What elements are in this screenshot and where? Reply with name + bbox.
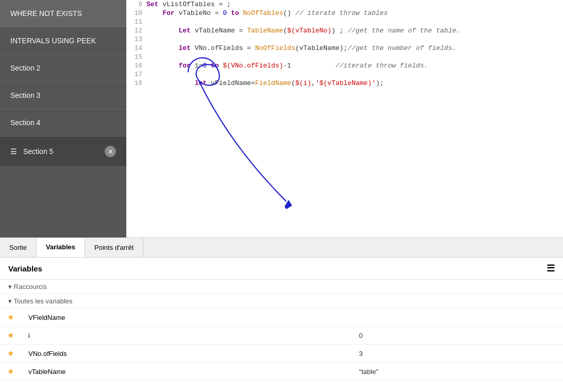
code-line: let vFieldName=FieldName($(i),'$(vTableN… [144, 79, 563, 88]
table-row: 9 Set vListOfTables = ; [126, 0, 563, 9]
variable-name: i [21, 327, 352, 345]
line-number: 12 [126, 26, 144, 35]
table-row: 11 [126, 18, 563, 26]
variable-name: VFieldName [21, 309, 352, 327]
variable-name: VNo.ofFields [21, 345, 352, 363]
toutes-les-variables-section[interactable]: ▾ Toutes les variables [0, 294, 563, 309]
variable-value [352, 309, 563, 327]
hamburger-icon: ☰ [10, 147, 17, 156]
tab-sortie[interactable]: Sortie [0, 238, 37, 257]
code-line: For vTableNo = 0 to NoOfTables() // iter… [144, 9, 563, 18]
svg-marker-0 [284, 199, 293, 209]
line-number: 18 [126, 79, 144, 88]
table-row: 13 [126, 35, 563, 44]
code-table: 9 Set vListOfTables = ; 10 For vTableNo … [126, 0, 563, 88]
code-line: Let vTableName = TableName($(vTableNo)) … [144, 26, 563, 35]
table-row: 14 let VNo.ofFields = NoOfFields(vTableN… [126, 44, 563, 53]
code-line [144, 53, 563, 61]
variables-header: Variables ☰ [0, 258, 563, 280]
table-row: 15 [126, 53, 563, 61]
star-icon: ★ [7, 331, 14, 339]
star-icon: ★ [7, 349, 14, 357]
sidebar: WHERE NOT EXISTS INTERVALS USING PEEK Se… [0, 0, 126, 237]
variable-row: ★ i 0 [0, 327, 563, 345]
line-number: 16 [126, 61, 144, 70]
tab-points-darret[interactable]: Points d'arrêt [85, 238, 143, 257]
variable-value: 3 [352, 345, 563, 363]
code-line [144, 35, 563, 44]
code-line: for i=0 to $(VNo.ofFields)-1 //iterate t… [144, 61, 563, 70]
line-number: 17 [126, 70, 144, 79]
sidebar-empty-space [0, 167, 126, 237]
sidebar-item-label: Section 4 [10, 118, 40, 127]
sidebar-item-label: Section 2 [10, 64, 40, 72]
table-row: 10 For vTableNo = 0 to NoOfTables() // i… [126, 9, 563, 18]
raccourcis-label: ▾ Raccourcis [8, 283, 47, 291]
line-number: 13 [126, 35, 144, 44]
table-row: 18 let vFieldName=FieldName($(i),'$(vTab… [126, 79, 563, 88]
bottom-panel: Sortie Variables Points d'arrêt Variable… [0, 237, 563, 392]
code-line: let VNo.ofFields = NoOfFields(vTableName… [144, 44, 563, 53]
sidebar-item-section-5[interactable]: ☰ Section 5 ✕ [0, 137, 126, 167]
variable-name: vTableName [21, 363, 352, 381]
toutes-les-variables-label: ▾ Toutes les variables [8, 297, 73, 305]
sidebar-item-section-2[interactable]: Section 2 [0, 55, 126, 82]
sidebar-item-intervals-using-peek[interactable]: INTERVALS USING PEEK [0, 27, 126, 55]
sidebar-item-label: Section 3 [10, 91, 40, 99]
code-line: Set vListOfTables = ; [144, 0, 563, 9]
tabs-bar: Sortie Variables Points d'arrêt [0, 238, 563, 258]
table-row: 17 [126, 70, 563, 79]
variables-menu-icon[interactable]: ☰ [547, 263, 555, 274]
sidebar-item-section-3[interactable]: Section 3 [0, 82, 126, 109]
table-row: 16 for i=0 to $(VNo.ofFields)-1 //iterat… [126, 61, 563, 70]
variable-value: "table" [352, 363, 563, 381]
star-icon: ★ [7, 367, 14, 376]
sidebar-item-label: WHERE NOT EXISTS [10, 9, 82, 18]
variables-title: Variables [8, 264, 42, 273]
star-icon: ★ [7, 313, 14, 321]
sidebar-item-where-not-exists[interactable]: WHERE NOT EXISTS [0, 0, 126, 27]
variable-row: ★ VNo.ofFields 3 [0, 345, 563, 363]
raccourcis-section[interactable]: ▾ Raccourcis [0, 280, 563, 294]
close-section-button[interactable]: ✕ [105, 146, 116, 157]
line-number: 10 [126, 9, 144, 18]
tab-variables[interactable]: Variables [37, 238, 85, 257]
sidebar-item-label: INTERVALS USING PEEK [10, 37, 96, 45]
line-number: 15 [126, 53, 144, 61]
code-line [144, 18, 563, 26]
code-editor[interactable]: 9 Set vListOfTables = ; 10 For vTableNo … [126, 0, 563, 237]
table-row: 12 Let vTableName = TableName($(vTableNo… [126, 26, 563, 35]
variables-panel: Variables ☰ ▾ Raccourcis ▾ Toutes les va… [0, 258, 563, 392]
sidebar-item-label: Section 5 [23, 147, 53, 156]
variable-value: 0 [352, 327, 563, 345]
variable-row: ★ VFieldName [0, 309, 563, 327]
line-number: 9 [126, 0, 144, 9]
variables-table: ★ VFieldName ★ i 0 ★ VNo.ofFields 3 ★ vT… [0, 309, 563, 381]
line-number: 11 [126, 18, 144, 26]
line-number: 14 [126, 44, 144, 53]
code-line [144, 70, 563, 79]
variable-row: ★ vTableName "table" [0, 363, 563, 381]
sidebar-item-section-4[interactable]: Section 4 [0, 109, 126, 137]
